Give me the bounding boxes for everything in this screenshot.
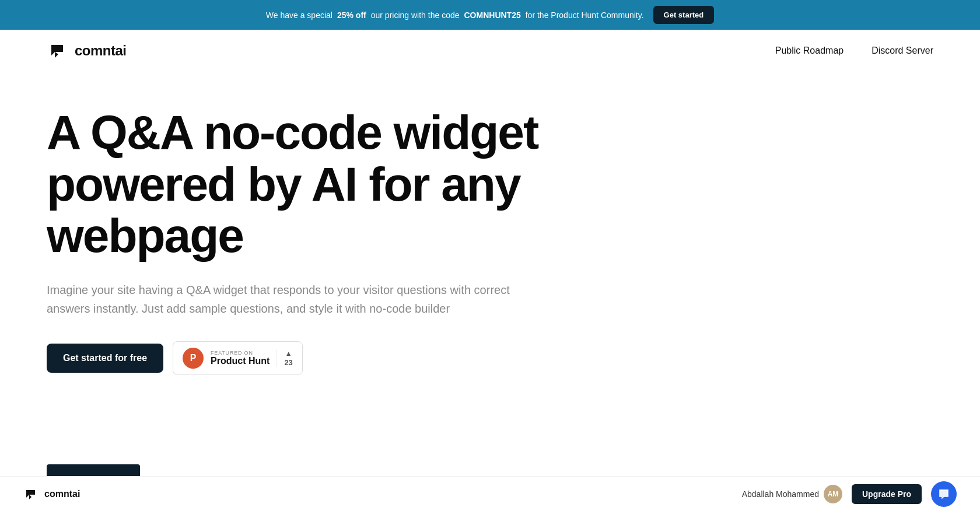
chat-button[interactable]: [931, 481, 957, 507]
preview-bar: [47, 464, 140, 476]
bottom-right: Abdallah Mohammed AM Upgrade Pro: [742, 481, 957, 507]
navbar: comntai Public Roadmap Discord Server: [0, 30, 980, 72]
banner-get-started-button[interactable]: Get started: [653, 6, 715, 24]
logo[interactable]: comntai: [47, 39, 127, 62]
nav-link-public-roadmap[interactable]: Public Roadmap: [775, 46, 844, 56]
bottom-logo-icon: [23, 486, 40, 502]
logo-icon: [47, 39, 70, 62]
ph-name: Product Hunt: [211, 356, 270, 366]
ph-featured-label: FEATURED ON: [211, 350, 270, 356]
banner-code: COMNHUNT25: [464, 10, 521, 20]
user-name: Abdallah Mohammed: [742, 489, 819, 499]
nav-links: Public Roadmap Discord Server: [775, 46, 933, 56]
banner-discount: 25% off: [337, 10, 366, 20]
top-banner: We have a special 25% off our pricing wi…: [0, 0, 980, 30]
bottom-logo[interactable]: comntai: [23, 486, 80, 502]
ph-arrow-icon: ▲: [285, 349, 292, 358]
upgrade-pro-button[interactable]: Upgrade Pro: [852, 484, 922, 504]
product-hunt-logo: P: [183, 348, 204, 369]
nav-link-discord-server[interactable]: Discord Server: [872, 46, 933, 56]
ph-votes: ▲ 23: [276, 349, 292, 367]
chat-icon: [938, 488, 950, 500]
banner-text-before: We have a special: [266, 10, 332, 20]
user-avatar: AM: [824, 485, 842, 503]
logo-text: comntai: [75, 43, 127, 59]
cta-row: Get started for free P FEATURED ON Produ…: [47, 341, 933, 375]
hero-subtitle: Imagine your site having a Q&A widget th…: [47, 281, 525, 318]
hero-title: A Q&A no-code widget powered by AI for a…: [47, 107, 560, 262]
product-hunt-badge[interactable]: P FEATURED ON Product Hunt ▲ 23: [173, 341, 303, 375]
banner-text-middle: our pricing with the code: [371, 10, 460, 20]
bottom-bar: comntai Abdallah Mohammed AM Upgrade Pro: [0, 476, 980, 511]
ph-vote-count: 23: [284, 358, 292, 367]
get-started-free-button[interactable]: Get started for free: [47, 344, 163, 373]
product-hunt-text: FEATURED ON Product Hunt: [211, 350, 270, 366]
user-info: Abdallah Mohammed AM: [742, 485, 842, 503]
hero-section: A Q&A no-code widget powered by AI for a…: [0, 72, 980, 398]
banner-text-after: for the Product Hunt Community.: [526, 10, 644, 20]
bottom-logo-text: comntai: [44, 489, 80, 499]
